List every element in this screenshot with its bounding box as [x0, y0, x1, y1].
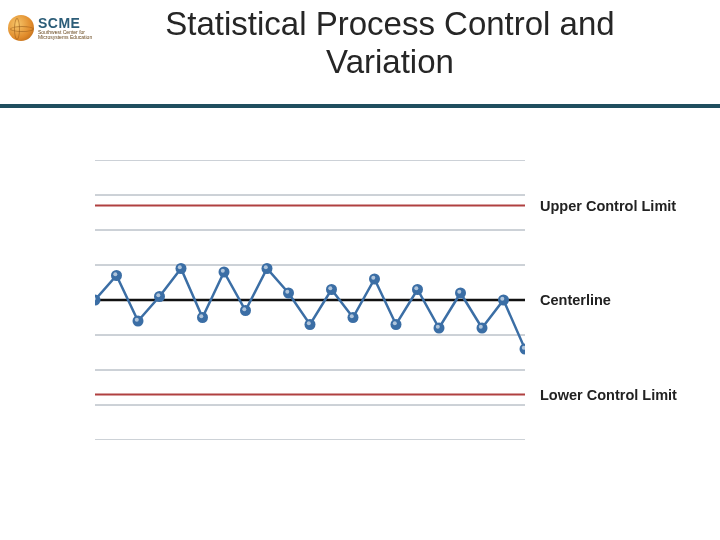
svg-point-31	[285, 290, 289, 294]
title-underline	[0, 104, 720, 108]
svg-point-43	[414, 286, 418, 290]
svg-point-15	[113, 272, 117, 276]
page-title: Statistical Process Control and Variatio…	[110, 5, 670, 81]
slide-header: SCME Southwest Center for Microsystems E…	[0, 0, 720, 115]
svg-point-25	[221, 269, 225, 273]
ucl-label: Upper Control Limit	[540, 198, 710, 214]
svg-point-45	[436, 325, 440, 329]
slide: SCME Southwest Center for Microsystems E…	[0, 0, 720, 540]
scme-logo: SCME Southwest Center for Microsystems E…	[8, 8, 98, 48]
svg-point-39	[371, 276, 375, 280]
logo-text: SCME Southwest Center for Microsystems E…	[38, 16, 92, 41]
svg-point-49	[479, 325, 483, 329]
globe-icon	[8, 15, 34, 41]
svg-point-27	[242, 307, 246, 311]
svg-point-47	[457, 290, 461, 294]
svg-point-17	[135, 318, 139, 322]
svg-point-23	[199, 314, 203, 318]
svg-point-41	[393, 321, 397, 325]
svg-point-21	[178, 265, 182, 269]
logo-acronym: SCME	[38, 16, 92, 30]
chart-labels: Upper Control Limit Centerline Lower Con…	[540, 160, 710, 440]
lcl-label: Lower Control Limit	[540, 387, 710, 403]
svg-point-29	[264, 265, 268, 269]
svg-point-19	[156, 293, 160, 297]
control-chart	[95, 160, 525, 440]
svg-point-51	[500, 297, 504, 301]
logo-subtitle-2: Microsystems Education	[38, 35, 92, 40]
svg-point-33	[307, 321, 311, 325]
svg-point-37	[350, 314, 354, 318]
centerline-label: Centerline	[540, 292, 710, 308]
svg-point-35	[328, 286, 332, 290]
